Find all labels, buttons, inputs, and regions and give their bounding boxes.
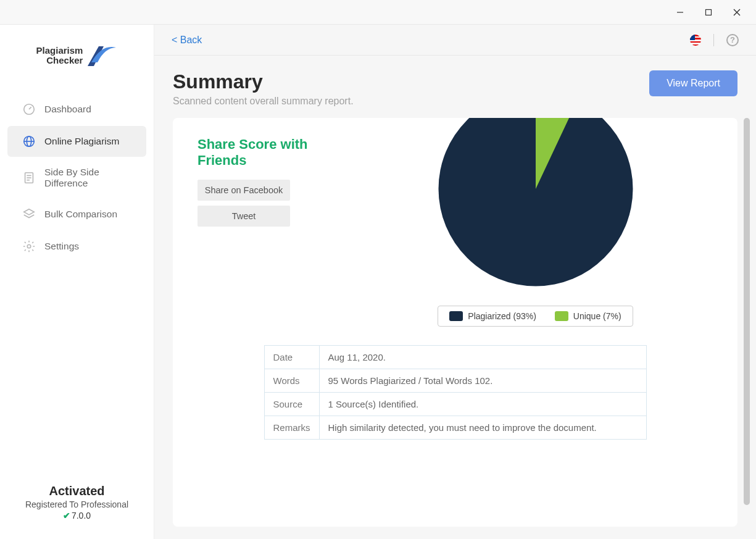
logo-mark-icon [86,44,117,67]
legend-swatch-icon [555,311,568,321]
sidebar-item-bulk-comparison[interactable]: Bulk Comparison [7,199,146,230]
main-content: < Back ? Summary Scanned content overall… [154,25,756,539]
chart-legend: Plagiarized (93%) Unique (7%) [438,306,633,327]
layers-icon [22,207,36,221]
table-label: Source [264,393,319,416]
minimize-button[interactable] [666,2,694,22]
page-header: Summary Scanned content overall summary … [154,56,756,118]
registered-label: Registered To Professional [0,499,154,509]
maximize-button[interactable] [694,2,723,22]
nav-label: Side By Side Difference [44,167,131,189]
table-value: 95 Words Plagiarized / Total Words 102. [319,369,646,393]
table-value: High similarity detected, you must need … [319,416,646,440]
table-label: Remarks [264,416,319,440]
document-icon [22,171,36,185]
table-label: Words [264,369,319,393]
page-subtitle: Scanned content overall summary report. [173,96,354,107]
sidebar: Plagiarism Checker Dashboard Online Plag… [0,25,154,539]
legend-unique: Unique (7%) [555,311,621,321]
close-button[interactable] [723,2,751,22]
divider [713,34,714,46]
scrollbar[interactable] [744,118,750,539]
page-title: Summary [173,70,354,93]
logo-line2: Checker [46,56,83,66]
legend-swatch-icon [449,311,463,321]
logo-line1: Plagiarism [36,46,83,56]
table-row: Words95 Words Plagiarized / Total Words … [264,369,646,393]
table-label: Date [264,346,319,369]
flag-us-icon[interactable] [690,35,701,46]
legend-plagiarized: Plagiarized (93%) [449,311,536,321]
topbar: < Back ? [154,25,756,56]
summary-table: DateAug 11, 2020.Words95 Words Plagiariz… [264,345,647,440]
nav-label: Dashboard [44,104,91,115]
svg-rect-1 [706,9,712,15]
sidebar-item-settings[interactable]: Settings [7,231,146,262]
sidebar-item-side-by-side[interactable]: Side By Side Difference [7,158,146,198]
svg-marker-12 [24,209,35,215]
table-value: Aug 11, 2020. [319,346,646,369]
window-titlebar [0,0,756,25]
nav: Dashboard Online Plagiarism Side By Side… [0,86,154,472]
sidebar-item-dashboard[interactable]: Dashboard [7,94,146,125]
nav-label: Settings [44,241,79,252]
version-label: ✔ 7.0.0 [0,511,154,520]
activated-label: Activated [0,484,154,498]
sidebar-item-online-plagiarism[interactable]: Online Plagiarism [7,126,146,157]
sidebar-footer: Activated Registered To Professional ✔ 7… [0,472,154,539]
back-link[interactable]: < Back [172,35,202,46]
gauge-icon [22,102,36,116]
nav-label: Online Plagiarism [44,136,119,147]
logo: Plagiarism Checker [0,25,154,86]
share-title: Share Score with Friends [197,136,333,169]
pie-chart [428,118,644,297]
svg-point-13 [27,244,31,248]
help-icon[interactable]: ? [726,34,739,46]
table-row: DateAug 11, 2020. [264,346,646,369]
globe-icon [22,135,36,148]
share-facebook-button[interactable]: Share on Facebook [197,180,290,201]
summary-card: Share Score with Friends Share on Facebo… [173,118,737,527]
table-row: RemarksHigh similarity detected, you mus… [264,416,646,440]
check-icon: ✔ [63,511,70,520]
gear-icon [22,240,36,253]
share-tweet-button[interactable]: Tweet [197,206,290,227]
table-row: Source1 Source(s) Identified. [264,393,646,416]
view-report-button[interactable]: View Report [649,70,737,96]
table-value: 1 Source(s) Identified. [319,393,646,416]
nav-label: Bulk Comparison [44,209,117,220]
